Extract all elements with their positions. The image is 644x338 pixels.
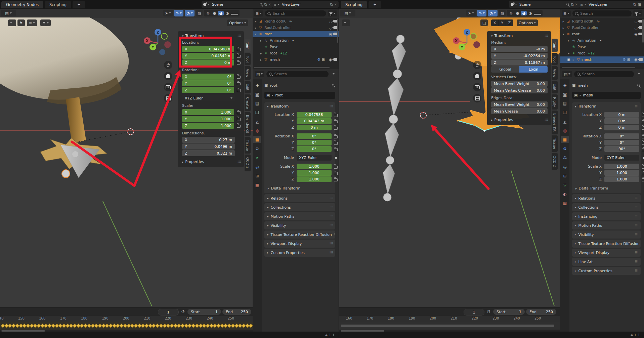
properties-panel-header[interactable]: ▸Collections⠿⠿ — [264, 203, 335, 211]
sidebar-tab[interactable]: Tool — [552, 53, 558, 65]
active-vertex[interactable] — [483, 130, 485, 132]
properties-search-input[interactable]: Search — [574, 71, 634, 77]
scale-field[interactable]: Y1.000 — [182, 116, 234, 122]
animate-dot-icon[interactable]: ● — [335, 156, 337, 159]
sidebar-tab[interactable]: View — [552, 66, 558, 80]
outliner-filter-dropdown[interactable] — [328, 10, 337, 16]
unlock-icon[interactable] — [237, 125, 241, 128]
object-name-field[interactable]: ▣ mesh — [572, 92, 641, 99]
vertex-data-field[interactable]: Mean Bevel Weight0.00 — [491, 81, 548, 87]
start-frame-field[interactable]: Start1 — [493, 309, 525, 315]
unlock-icon[interactable] — [237, 118, 241, 121]
expand-arrow-icon[interactable]: ▸ — [566, 39, 571, 42]
properties-tab[interactable] — [253, 145, 261, 152]
unlock-icon[interactable] — [237, 76, 241, 79]
keyframe-band[interactable] — [339, 322, 560, 330]
properties-tab[interactable] — [253, 136, 261, 143]
properties-tab[interactable] — [561, 109, 569, 116]
properties-tab[interactable] — [561, 181, 569, 188]
mode-dropdown[interactable] — [8, 19, 16, 26]
properties-tab[interactable] — [253, 181, 261, 188]
rotation-field[interactable]: Z0° — [182, 87, 234, 93]
properties-tab[interactable] — [253, 118, 261, 125]
end-frame-field[interactable]: End250 — [526, 309, 556, 315]
xray-toggle[interactable]: ▨ — [499, 10, 506, 16]
properties-tab[interactable] — [561, 82, 569, 89]
pin-icon[interactable] — [566, 3, 570, 6]
properties-tab[interactable] — [561, 191, 569, 198]
properties-search-input[interactable]: Search — [266, 71, 329, 77]
value-field[interactable]: 1.000 — [297, 164, 332, 169]
outliner-vertical-scrollbar[interactable] — [337, 19, 338, 43]
gizmo-y-neg[interactable] — [470, 33, 476, 39]
properties-panel-header[interactable]: ▸Custom Properties⠿⠿ — [572, 267, 641, 275]
location-field[interactable]: Z0 m — [182, 59, 234, 66]
value-field[interactable]: 0 m — [604, 118, 639, 124]
outliner-row[interactable]: ▣ ▸ root ∿ ✦12 • ⚙⊞ ◉ ◡ — [253, 50, 339, 56]
collapse-arrow-icon[interactable]: ▾ — [267, 105, 269, 108]
expand-arrow-icon[interactable]: ▸ — [253, 26, 258, 30]
outliner-row[interactable]: ▣ ▸ RootController ∿ ✦ • ⚙⊞ ◉ ◡ — [560, 25, 644, 31]
outliner-search-input[interactable]: Search — [265, 10, 326, 16]
unlock-icon[interactable] — [334, 127, 338, 130]
viewport-3d[interactable]: ▤ ➤ ↷ ◔ ▨ ⊕ ● ◕ ◑ ⚑ ≡ Options — [0, 9, 253, 307]
display-mode-dropdown[interactable]: ⊟ — [562, 10, 571, 16]
properties-tab[interactable] — [561, 100, 569, 107]
current-frame-field[interactable]: 1 — [158, 309, 179, 315]
mirror-axis-toggle[interactable]: Z — [506, 19, 513, 26]
sidebar-tab[interactable]: OCD 2 — [245, 155, 251, 171]
workspace-tab[interactable]: Geometry Nodes — [1, 1, 43, 8]
properties-tab[interactable] — [561, 91, 569, 98]
unlock-icon[interactable] — [642, 172, 644, 175]
modifier-stack-icon[interactable]: ⊞ — [627, 57, 630, 62]
shading-rendered-icon[interactable]: ◑ — [224, 11, 230, 15]
sidebar-tab[interactable]: BlenderKit — [245, 112, 251, 136]
viewlayer-selector[interactable]: ⧈ ViewLayer ⧉ ✕ — [272, 1, 339, 8]
outliner-horizontal-scrollbar[interactable] — [562, 67, 635, 68]
value-field[interactable]: 1.000 — [604, 164, 639, 169]
unlock-icon[interactable] — [642, 127, 644, 130]
rotation-field[interactable]: X0° — [182, 74, 234, 80]
outliner-search-input[interactable]: Search — [572, 10, 632, 16]
unlock-icon[interactable] — [237, 61, 241, 65]
value-field[interactable]: 1.000 — [297, 176, 332, 182]
unlock-icon[interactable] — [642, 120, 644, 123]
mirror-axis-toggle[interactable]: X — [491, 19, 499, 26]
expand-arrow-icon[interactable]: ▸ — [259, 39, 263, 42]
rotation-field[interactable]: Y0° — [182, 80, 234, 86]
camera-view-button[interactable] — [473, 83, 481, 91]
drag-grip-icon[interactable]: ⠿⠿ — [238, 34, 241, 38]
navigation-gizmo[interactable]: Z X Y — [143, 28, 173, 58]
expand-arrow-icon[interactable]: ▸ — [253, 20, 258, 23]
properties-tab[interactable] — [561, 145, 569, 152]
properties-tab[interactable] — [253, 100, 261, 107]
unlock-icon[interactable] — [642, 178, 644, 181]
shading-material-icon[interactable]: ◕ — [521, 11, 527, 15]
location-field[interactable]: X0.047588 m — [182, 46, 234, 52]
unlock-icon[interactable] — [334, 142, 338, 145]
gizmo-x-neg[interactable] — [473, 41, 480, 48]
proportional-edit-toggle[interactable]: ↷ — [477, 10, 486, 16]
end-frame-field[interactable]: End250 — [222, 309, 251, 315]
overlays-toggle[interactable]: ◔ — [488, 10, 498, 16]
expand-arrow-icon[interactable]: ▸ — [561, 20, 566, 23]
global-button[interactable]: Global — [491, 66, 519, 73]
properties-panel-header[interactable]: ▸Line Art⠿⠿ — [572, 258, 641, 266]
sidebar-tab[interactable]: Edit — [245, 81, 251, 93]
unlock-icon[interactable] — [237, 55, 241, 58]
pan-hand-button[interactable] — [164, 72, 172, 80]
grid-view-button[interactable] — [473, 94, 481, 102]
sidebar-tab[interactable]: BlenderKit — [552, 111, 558, 134]
new-scene-icon[interactable]: ⧉ — [571, 3, 574, 6]
properties-tab[interactable] — [253, 127, 261, 134]
properties-tab[interactable] — [561, 200, 569, 207]
collapse-arrow-icon[interactable]: ▾ — [491, 34, 493, 38]
scale-field[interactable]: X1.000 — [182, 109, 234, 115]
mode-dropdown[interactable] — [342, 19, 350, 26]
chevron-down-icon[interactable] — [230, 14, 239, 15]
gizmo-x-neg[interactable] — [164, 41, 171, 48]
drag-grip-icon[interactable]: ⠿⠿ — [545, 34, 548, 38]
properties-tab[interactable] — [561, 136, 569, 143]
sidebar-tab[interactable]: Rigify — [552, 94, 558, 110]
camera-view-button[interactable] — [164, 83, 172, 91]
